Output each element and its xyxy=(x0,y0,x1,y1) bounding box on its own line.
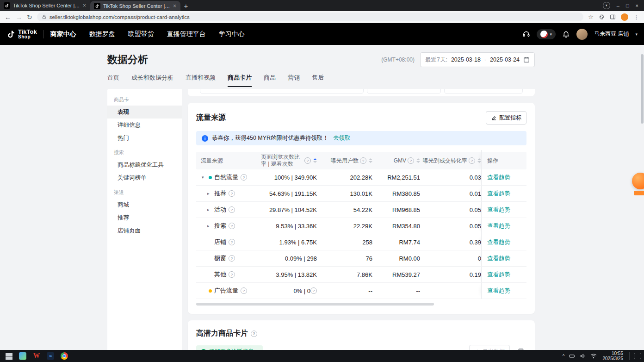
browser-tab-strip: TikTok Shop Seller Center | Cr × TikTok … xyxy=(0,0,644,11)
volume-icon[interactable] xyxy=(580,353,586,359)
action-center-icon[interactable] xyxy=(634,353,641,359)
expand-chevron-icon[interactable]: ▸ xyxy=(207,207,212,212)
info-icon[interactable] xyxy=(229,255,235,262)
info-icon[interactable] xyxy=(229,239,235,245)
taskbar-clock[interactable]: 10:55 2025/3/25 xyxy=(601,351,625,361)
page-scrollbar[interactable] xyxy=(641,46,644,350)
sidebar-item-title-optimizer[interactable]: 商品标题优化工具 xyxy=(107,158,182,171)
info-icon[interactable] xyxy=(229,223,235,229)
network-icon[interactable] xyxy=(590,353,597,359)
info-icon[interactable] xyxy=(360,157,366,164)
info-icon[interactable] xyxy=(229,271,235,278)
tab-product[interactable]: 商品 xyxy=(264,74,276,87)
sort-icon[interactable] xyxy=(477,158,481,163)
start-button-icon[interactable] xyxy=(3,351,15,361)
sort-icon[interactable] xyxy=(416,158,420,163)
view-trend-link[interactable]: 查看趋势 xyxy=(487,287,510,295)
reload-icon[interactable]: ↻ xyxy=(27,14,32,20)
chevron-down-icon[interactable]: ▾ xyxy=(635,32,638,37)
claim-coupon-link[interactable]: 去领取 xyxy=(333,134,351,142)
view-trend-link[interactable]: 查看趋势 xyxy=(487,174,510,181)
window-maximize-icon[interactable]: □ xyxy=(626,3,629,8)
info-icon[interactable] xyxy=(241,174,247,181)
info-icon[interactable] xyxy=(229,206,235,213)
info-icon[interactable] xyxy=(251,331,257,337)
browser-tab-1[interactable]: TikTok Shop Seller Center | Cr × xyxy=(0,0,90,11)
view-trend-link[interactable]: 查看趋势 xyxy=(487,222,510,230)
extensions-puzzle-icon[interactable] xyxy=(599,14,605,20)
scrollbar-thumb[interactable] xyxy=(196,303,434,306)
configure-metrics-button[interactable]: 配置指标 xyxy=(486,111,526,125)
battery-icon[interactable] xyxy=(569,353,576,359)
view-trend-link[interactable]: 查看趋势 xyxy=(487,271,510,279)
info-icon[interactable] xyxy=(241,287,247,294)
chrome-icon[interactable] xyxy=(58,351,70,361)
expand-chevron-icon[interactable]: ▸ xyxy=(207,224,212,228)
view-trend-link[interactable]: 查看趋势 xyxy=(487,206,510,214)
promo-banner: 恭喜你，获得450 MYR的限时优惠券待领取！ 去领取 xyxy=(196,131,526,145)
sidebar-item-details[interactable]: 详细信息 xyxy=(107,119,182,131)
headset-icon[interactable] xyxy=(522,30,530,38)
taskbar-app-icon[interactable] xyxy=(17,351,29,361)
tab-list-chevron-icon[interactable]: ▾ xyxy=(603,2,610,9)
sort-icon[interactable] xyxy=(369,158,372,163)
side-panel-icon[interactable] xyxy=(610,14,616,20)
tab-close-icon[interactable]: × xyxy=(173,3,176,9)
nav-item-learning-center[interactable]: 学习中心 xyxy=(219,30,245,38)
nav-item-data-compass[interactable]: 数据罗盘 xyxy=(89,30,115,38)
window-close-icon[interactable]: × xyxy=(636,3,638,8)
nav-item-affiliate[interactable]: 联盟带货 xyxy=(128,30,154,38)
info-icon[interactable] xyxy=(304,157,311,164)
view-trend-link[interactable]: 查看趋势 xyxy=(487,255,510,262)
account-name[interactable]: 马来西亚 店铺 xyxy=(594,30,629,38)
wave-app-icon[interactable]: ≈ xyxy=(44,351,56,361)
sort-icon[interactable] xyxy=(313,158,317,163)
tray-expand-icon[interactable]: ^ xyxy=(563,354,565,359)
horizontal-scrollbar[interactable] xyxy=(196,303,526,306)
browser-menu-icon[interactable]: ⋮ xyxy=(633,13,639,20)
date-range-picker[interactable]: 最近7天: 2025-03-18 - 2025-03-24 xyxy=(420,52,535,67)
account-avatar[interactable] xyxy=(576,29,588,40)
word-app-icon[interactable]: W xyxy=(31,351,43,361)
tab-live-video[interactable]: 直播和视频 xyxy=(186,74,216,87)
expand-chevron-icon[interactable]: ▸ xyxy=(207,191,212,196)
sidebar-item-recommend[interactable]: 推荐 xyxy=(107,211,182,224)
view-trend-link[interactable]: 查看趋势 xyxy=(487,238,510,246)
sidebar-item-performance[interactable]: 表现 xyxy=(107,106,182,119)
tab-aftersale[interactable]: 售后 xyxy=(312,74,324,87)
sidebar-item-mall[interactable]: 商城 xyxy=(107,198,182,211)
tab-marketing[interactable]: 营销 xyxy=(288,74,300,87)
language-selector[interactable]: ▾ xyxy=(537,29,556,39)
new-tab-button[interactable]: + xyxy=(180,0,192,11)
info-icon[interactable] xyxy=(229,190,235,197)
forward-icon[interactable]: → xyxy=(16,14,22,20)
nav-item-merchant-center[interactable]: 商家中心 xyxy=(50,30,76,38)
tiktok-shop-logo[interactable]: TikTok Shop xyxy=(6,29,37,39)
back-icon[interactable]: ← xyxy=(5,14,11,20)
bell-icon[interactable] xyxy=(562,30,570,38)
bookmark-star-icon[interactable]: ☆ xyxy=(588,13,594,20)
nav-items: 商家中心 数据罗盘 联盟带货 直播管理平台 学习中心 xyxy=(50,30,245,38)
traffic-source-name: 搜索 xyxy=(214,222,226,230)
analytics-tabs: 首页 成长和数据分析 直播和视频 商品卡片 商品 营销 售后 xyxy=(107,74,535,87)
sidebar-item-trending[interactable]: 热门 xyxy=(107,131,182,144)
view-trend-link[interactable]: 查看趋势 xyxy=(487,190,510,198)
info-icon[interactable] xyxy=(469,157,475,164)
profile-avatar[interactable] xyxy=(621,13,628,21)
expand-chevron-icon[interactable]: ▾ xyxy=(202,175,206,180)
tab-close-icon[interactable]: × xyxy=(83,2,86,9)
browser-tab-2[interactable]: TikTok Shop Seller Center | Cr × xyxy=(90,1,180,11)
tab-home[interactable]: 首页 xyxy=(107,74,119,87)
traffic-source-name: 推荐 xyxy=(214,189,226,198)
tab-product-card[interactable]: 商品卡片 xyxy=(228,74,252,87)
ratio-value: 0% | 0 xyxy=(261,287,317,294)
window-minimize-icon[interactable]: – xyxy=(617,3,619,8)
url-bar[interactable]: seller.tiktokglobalshop.com/compass/prod… xyxy=(37,12,584,21)
info-icon[interactable] xyxy=(310,287,317,294)
sidebar-item-keyword-ranking[interactable]: 关键词榜单 xyxy=(107,171,182,184)
info-icon[interactable] xyxy=(408,157,414,164)
nav-item-live-management[interactable]: 直播管理平台 xyxy=(167,30,206,38)
sidebar-item-shop-page[interactable]: 店铺页面 xyxy=(107,224,182,237)
tab-growth-analytics[interactable]: 成长和数据分析 xyxy=(131,74,173,87)
scrollbar-thumb[interactable] xyxy=(641,54,644,124)
